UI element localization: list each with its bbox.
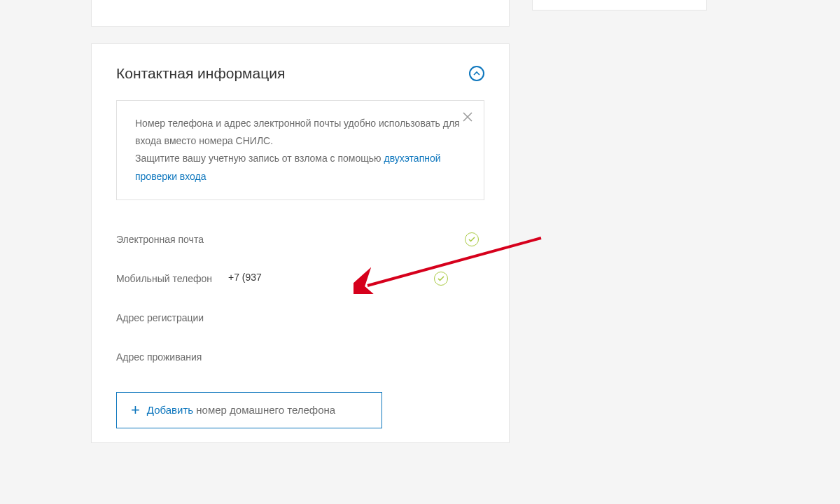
registration-address-row[interactable]: Адрес регистрации: [116, 300, 484, 339]
email-label: Электронная почта: [116, 232, 228, 247]
mobile-row[interactable]: Мобильный телефон +7 (937: [116, 260, 484, 300]
chevron-up-icon: [473, 70, 480, 77]
plus-icon: +: [131, 402, 140, 418]
mobile-verified-icon: [434, 272, 448, 286]
contact-info-card: Контактная информация Номер телефона и а…: [91, 43, 510, 443]
card-title: Контактная информация: [116, 65, 285, 82]
previous-card-bottom: [91, 0, 510, 27]
add-button-lead: Добавить: [147, 404, 193, 416]
registration-address-label: Адрес регистрации: [116, 311, 228, 326]
collapse-toggle[interactable]: [469, 66, 484, 81]
info-box: Номер телефона и адрес электронной почты…: [116, 100, 484, 200]
close-icon: [461, 111, 474, 123]
email-row[interactable]: Электронная почта: [116, 221, 484, 260]
info-text-2: Защитите вашу учетную запись от взлома с…: [135, 150, 465, 185]
close-info-button[interactable]: [461, 111, 474, 126]
side-card-bottom: [532, 0, 707, 10]
living-address-row[interactable]: Адрес проживания: [116, 339, 484, 378]
check-icon: [468, 237, 475, 242]
email-verified-icon: [465, 232, 479, 246]
info-text-2-prefix: Защитите вашу учетную запись от взлома с…: [135, 153, 384, 164]
info-text-1: Номер телефона и адрес электронной почты…: [135, 115, 465, 150]
add-home-phone-button[interactable]: + Добавить номер домашнего телефона: [116, 392, 382, 428]
mobile-label: Мобильный телефон: [116, 272, 228, 286]
living-address-label: Адрес проживания: [116, 350, 228, 365]
add-button-text: Добавить номер домашнего телефона: [147, 404, 335, 416]
check-icon: [438, 276, 444, 281]
card-header: Контактная информация: [116, 65, 484, 82]
add-button-rest: номер домашнего телефона: [193, 404, 335, 416]
